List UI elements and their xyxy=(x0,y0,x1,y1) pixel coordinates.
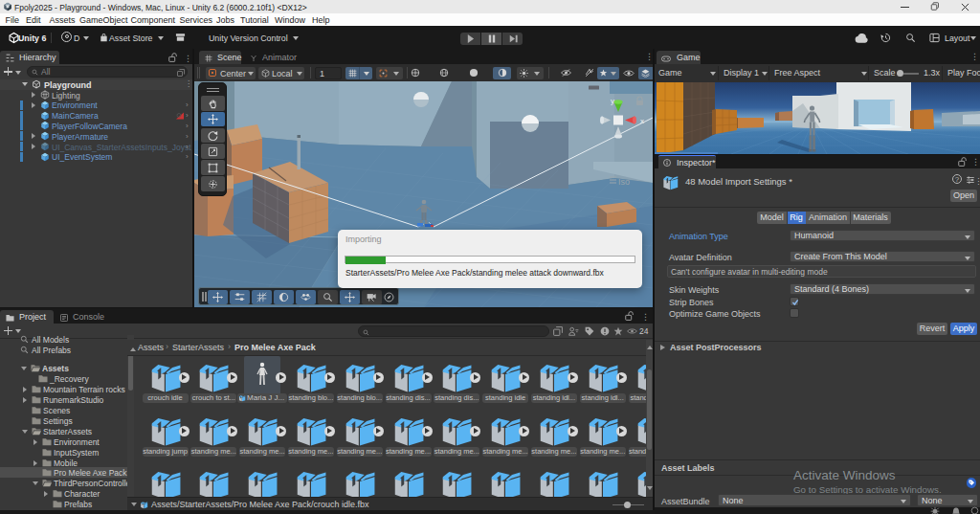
svg-text:x: x xyxy=(640,117,644,125)
svg-text:y: y xyxy=(611,97,614,105)
svg-text:Iso: Iso xyxy=(618,177,630,187)
